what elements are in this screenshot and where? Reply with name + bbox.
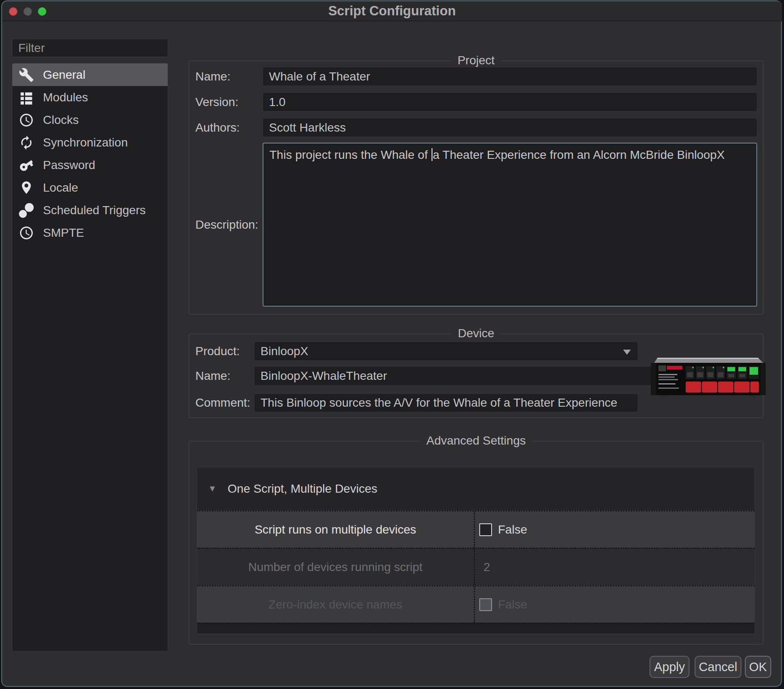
clock-icon — [18, 112, 34, 128]
sidebar-item-label: SMPTE — [43, 226, 84, 240]
dual-clock-icon — [18, 202, 34, 218]
project-description-label: Description: — [195, 143, 258, 307]
sidebar-category-list: General Modules Clocks Synchronization P — [12, 63, 168, 652]
text-caret — [432, 148, 432, 161]
map-pin-icon — [18, 180, 34, 196]
project-legend: Project — [451, 54, 501, 67]
close-button[interactable] — [9, 7, 17, 16]
minimize-button[interactable] — [23, 7, 32, 16]
sidebar-item-label: Password — [43, 158, 95, 172]
sidebar-item-label: Modules — [43, 91, 88, 104]
device-name-label: Name: — [195, 366, 230, 386]
title-bar[interactable]: Script Configuration — [2, 1, 782, 21]
collapse-arrow-icon[interactable]: ▼ — [208, 484, 217, 494]
device-product-label: Product: — [195, 342, 240, 361]
key-icon — [18, 157, 34, 173]
project-authors-input[interactable] — [263, 118, 757, 137]
project-description-textarea[interactable]: This project runs the Whale of a Theater… — [263, 143, 757, 307]
sidebar-item-scheduled-triggers[interactable]: Scheduled Triggers — [12, 199, 168, 221]
device-legend: Device — [451, 327, 501, 340]
project-authors-label: Authors: — [195, 118, 240, 137]
sync-icon — [18, 135, 34, 151]
tree-group-header[interactable]: ▼ One Script, Multiple Devices — [197, 467, 755, 510]
sidebar-item-label: Scheduled Triggers — [43, 204, 146, 217]
setting-label: Number of devices running script — [197, 549, 474, 585]
clock-icon — [18, 225, 34, 241]
checkbox-value-label: False — [498, 598, 527, 611]
filter-input[interactable] — [12, 39, 168, 57]
project-version-input[interactable] — [263, 92, 757, 112]
device-product-select[interactable]: BinloopX — [254, 342, 638, 361]
wrench-icon — [18, 67, 34, 83]
advanced-settings-legend: Advanced Settings — [420, 434, 533, 448]
list-icon — [18, 89, 34, 106]
sidebar-item-locale[interactable]: Locale — [12, 176, 168, 199]
advanced-settings-group: Advanced Settings ▼ One Script, Multiple… — [189, 441, 764, 645]
sidebar-item-clocks[interactable]: Clocks — [12, 109, 168, 131]
ok-button[interactable]: OK — [745, 656, 771, 678]
sidebar-item-smpte[interactable]: SMPTE — [12, 221, 168, 244]
device-product-value: BinloopX — [260, 344, 308, 358]
table-empty-area — [197, 623, 755, 634]
sidebar-item-password[interactable]: Password — [12, 154, 168, 176]
apply-button[interactable]: Apply — [650, 656, 690, 678]
setting-label: Zero-index device names — [197, 586, 474, 623]
device-image — [648, 355, 768, 399]
multiple-devices-checkbox[interactable] — [479, 523, 492, 536]
sidebar-item-synchronization[interactable]: Synchronization — [12, 131, 168, 154]
device-count-value: 2 — [484, 560, 490, 574]
project-name-label: Name: — [195, 67, 230, 86]
advanced-settings-table: ▼ One Script, Multiple Devices Script ru… — [197, 467, 755, 634]
tree-group-title: One Script, Multiple Devices — [228, 482, 378, 496]
sidebar-item-label: Clocks — [43, 113, 79, 127]
setting-label: Script runs on multiple devices — [197, 511, 474, 548]
zero-index-checkbox — [479, 598, 492, 611]
description-text: This project runs the Whale of — [269, 148, 431, 161]
window-title: Script Configuration — [2, 1, 782, 20]
sidebar-item-general[interactable]: General — [12, 63, 168, 86]
sidebar-item-label: Synchronization — [43, 136, 128, 149]
script-configuration-dialog: Script Configuration General Modules Clo… — [0, 0, 784, 689]
project-group: Project Name: Version: Authors: Descript… — [189, 60, 764, 315]
table-row: Script runs on multiple devices False — [197, 510, 755, 548]
sidebar-item-label: General — [43, 68, 86, 82]
device-comment-label: Comment: — [195, 393, 250, 412]
device-comment-input[interactable] — [254, 393, 638, 412]
sidebar-item-label: Locale — [43, 181, 78, 195]
project-name-input[interactable] — [263, 67, 757, 86]
zoom-button[interactable] — [38, 7, 46, 16]
description-text: a Theater Experience from an Alcorn McBr… — [433, 148, 725, 161]
checkbox-value-label: False — [498, 523, 527, 537]
cancel-button[interactable]: Cancel — [695, 656, 741, 678]
table-row: Zero-index device names False — [197, 585, 755, 623]
project-version-label: Version: — [195, 92, 238, 112]
chevron-down-icon — [623, 350, 631, 355]
table-row: Number of devices running script 2 — [197, 548, 755, 585]
sidebar-item-modules[interactable]: Modules — [12, 86, 168, 109]
